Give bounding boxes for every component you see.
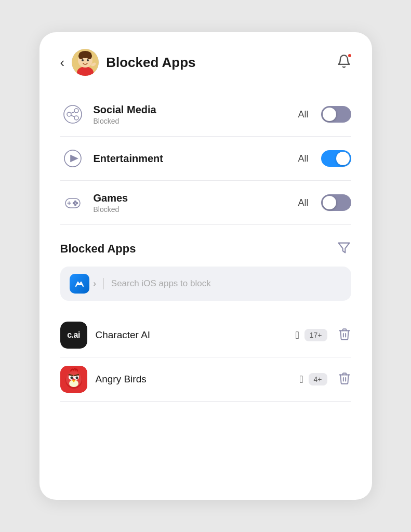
search-placeholder-text: Search iOS apps to block xyxy=(111,278,211,289)
svg-line-14 xyxy=(71,115,75,117)
app-store-icon xyxy=(70,274,89,294)
svg-point-5 xyxy=(87,53,92,59)
character-ai-name: Character AI xyxy=(96,329,296,341)
social-media-toggle[interactable] xyxy=(321,106,351,123)
svg-point-12 xyxy=(74,116,78,120)
svg-marker-24 xyxy=(338,243,349,253)
category-row-games: Games Blocked All xyxy=(60,181,351,225)
character-ai-age-badge: 17+ xyxy=(304,329,327,341)
entertainment-text: Entertainment xyxy=(94,153,298,165)
svg-point-7 xyxy=(87,59,89,61)
entertainment-label: All xyxy=(298,153,308,164)
notification-button[interactable] xyxy=(337,54,351,71)
angry-birds-icon xyxy=(60,366,87,393)
social-media-icon xyxy=(60,102,85,127)
games-name: Games xyxy=(94,192,298,204)
games-text: Games Blocked xyxy=(94,192,298,214)
character-ai-apple-icon:  xyxy=(295,329,299,341)
angry-birds-delete-button[interactable] xyxy=(338,371,351,387)
svg-point-10 xyxy=(67,112,71,116)
games-icon xyxy=(60,190,85,215)
search-bar-chevron: › xyxy=(94,279,96,288)
main-card: ‹ Blocked Apps xyxy=(39,32,372,500)
svg-point-20 xyxy=(74,201,76,203)
games-subtitle: Blocked xyxy=(94,205,298,214)
svg-point-11 xyxy=(74,109,78,113)
social-media-name: Social Media xyxy=(94,104,298,116)
angry-birds-icon-wrapper xyxy=(60,366,87,393)
entertainment-toggle[interactable] xyxy=(321,150,351,167)
svg-point-4 xyxy=(78,53,84,59)
svg-marker-16 xyxy=(71,155,77,162)
entertainment-icon xyxy=(60,146,85,171)
category-row-entertainment: Entertainment All xyxy=(60,137,351,181)
angry-birds-apple-icon:  xyxy=(299,374,303,385)
social-media-label: All xyxy=(298,109,308,120)
svg-point-22 xyxy=(74,204,76,206)
character-ai-icon-wrapper: c.ai xyxy=(60,322,87,349)
angry-birds-age-badge: 4+ xyxy=(309,373,327,385)
filter-button[interactable] xyxy=(337,241,351,257)
character-ai-delete-button[interactable] xyxy=(338,327,351,343)
games-label: All xyxy=(298,197,308,208)
character-ai-icon: c.ai xyxy=(60,322,87,349)
search-bar[interactable]: › Search iOS apps to block xyxy=(60,267,351,301)
games-toggle[interactable] xyxy=(321,194,351,211)
page-title: Blocked Apps xyxy=(106,55,336,71)
back-button[interactable]: ‹ xyxy=(60,56,65,69)
svg-point-23 xyxy=(73,203,74,204)
entertainment-name: Entertainment xyxy=(94,153,298,165)
avatar xyxy=(72,49,99,76)
svg-point-32 xyxy=(70,377,73,379)
header: ‹ Blocked Apps xyxy=(60,49,351,76)
svg-point-21 xyxy=(76,203,77,204)
category-row-social-media: Social Media Blocked All xyxy=(60,92,351,137)
svg-point-33 xyxy=(75,377,78,379)
social-media-subtitle: Blocked xyxy=(94,117,298,125)
blocked-apps-section-title: Blocked Apps xyxy=(60,242,337,256)
search-divider xyxy=(103,278,104,289)
blocked-apps-section-header: Blocked Apps xyxy=(60,241,351,257)
app-row-angry-birds: Angry Birds  4+ xyxy=(60,357,351,402)
svg-point-9 xyxy=(64,105,82,123)
svg-point-6 xyxy=(82,59,84,61)
social-media-text: Social Media Blocked xyxy=(94,104,298,125)
app-row-character-ai: c.ai Character AI  17+ xyxy=(60,313,351,357)
svg-line-13 xyxy=(71,112,75,113)
angry-birds-name: Angry Birds xyxy=(96,374,300,385)
notification-dot xyxy=(347,53,352,58)
